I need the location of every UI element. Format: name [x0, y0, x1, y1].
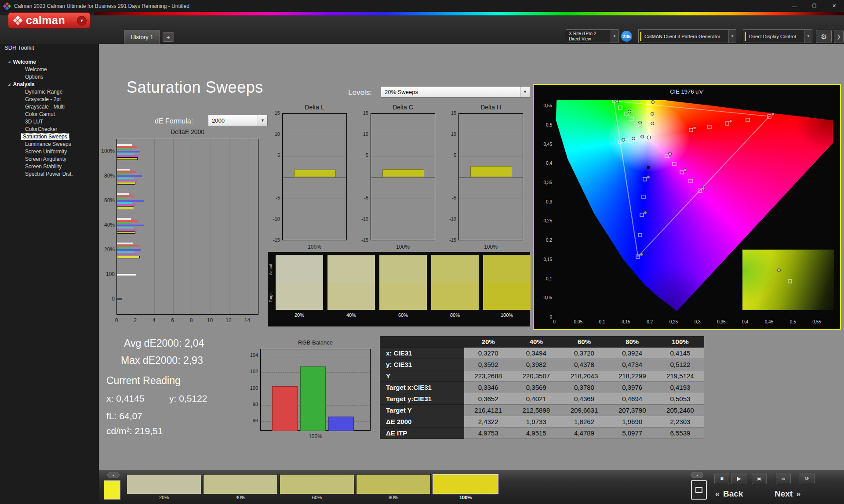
delta-c-chart: Delta C 15105-5-10-15100% [354, 100, 429, 254]
pattern-generator-dropdown[interactable]: CalMAN Client 3 Pattern Generator ▼ [638, 29, 736, 43]
pattern-window-button[interactable] [691, 480, 707, 500]
x-tick-label: 100% [282, 244, 347, 250]
swatch-panel: Actual Target 20%40%60%80%100% [268, 252, 530, 326]
sidebar-item-luminance-sweeps[interactable]: Luminance Sweeps [23, 141, 73, 148]
sidebar-item-screen-angularity[interactable]: Screen Angularity [23, 156, 69, 163]
minimize-button[interactable]: — [785, 0, 804, 12]
table-value-cell: 0,3780 [560, 382, 608, 393]
delta-bar [294, 170, 336, 177]
current-reading-title: Current Reading [106, 375, 181, 387]
sidebar-item-3d-lut[interactable]: 3D LUT [23, 118, 45, 125]
sidebar-item-grayscale-multi[interactable]: Grayscale - Multi [23, 103, 67, 110]
calman-logo-button[interactable]: calman ▼ [8, 12, 91, 29]
chevron-down-icon[interactable]: ▼ [611, 30, 618, 43]
maximize-button[interactable]: ❐ [804, 0, 824, 12]
y-tick-label: 15 [442, 110, 456, 116]
table-value-cell: 209,6631 [560, 405, 608, 416]
deltae-bar [117, 243, 133, 244]
levels-value: 20% Sweeps [381, 89, 418, 95]
display-control-dropdown[interactable]: Direct Display Control ▼ [743, 29, 812, 43]
deltae-bar [117, 204, 136, 206]
sidebar-item-saturation-sweeps[interactable]: Saturation Sweeps [21, 133, 69, 140]
pattern-level-20[interactable]: 20% [127, 474, 201, 500]
stop-button[interactable]: ■ [714, 473, 729, 484]
y-tick-label: 0 [99, 296, 115, 302]
pattern-level-40[interactable]: 40% [203, 474, 278, 500]
pattern-preview[interactable] [104, 480, 120, 500]
sidebar-group-welcome[interactable]: ◢Welcome [8, 58, 36, 65]
y-tick-label: 15 [354, 110, 368, 116]
sidebar-item-welcome[interactable]: Welcome [23, 66, 49, 73]
reading-fl: fL: 64,07 [106, 411, 142, 421]
pattern-level-100[interactable]: 100% [433, 474, 498, 500]
sidebar-item-grayscale-2pt[interactable]: Grayscale - 2pt [23, 96, 63, 103]
meter-mode: Direct View [569, 36, 596, 42]
sidebar-item-spectral-power-dist[interactable]: Spectral Power Dist. [23, 170, 75, 178]
y-tick-label: 0,55 [535, 103, 552, 108]
table-value-cell: 0,4145 [656, 348, 704, 359]
back-button-label: Back [723, 489, 743, 499]
add-tab-button[interactable]: + [163, 32, 174, 42]
table-value-cell: 1,9733 [512, 416, 560, 428]
next-button[interactable]: Next » [775, 486, 800, 501]
sidebar-item-options[interactable]: Options [23, 73, 45, 80]
play-button[interactable]: ▶ [731, 473, 746, 484]
chevron-down-icon[interactable]: ▼ [520, 87, 530, 97]
sidebar-item-color-gamut[interactable]: Color Gamut [23, 111, 57, 118]
sidebar-item-screen-uniformity[interactable]: Screen Uniformity [23, 148, 69, 155]
pattern-level-60[interactable]: 60% [280, 474, 354, 500]
cie-measurement-marker [693, 126, 696, 130]
pattern-swatch-label: 80% [356, 494, 431, 500]
controls-tray-toggle[interactable]: ▲ [691, 472, 703, 478]
table-row: x: CIE310,32700,34940,37200,39240,4145 [380, 348, 704, 359]
deltae-bar [117, 256, 140, 258]
back-button[interactable]: « Back [715, 486, 743, 501]
sidebar-item-dynamic-range[interactable]: Dynamic Range [23, 88, 65, 95]
close-button[interactable]: ✕ [824, 0, 844, 12]
capture-button[interactable]: ▣ [752, 473, 767, 484]
y-tick-label: 100 [99, 271, 115, 277]
sidebar-group-analysis[interactable]: ◢Analysis [8, 81, 35, 88]
de-formula-label: dE Formula: [155, 117, 193, 125]
pattern-swatch-label: 40% [203, 494, 278, 500]
meter-dropdown[interactable]: X-Rite i1Pro 2 Direct View ▼ [566, 29, 618, 43]
actual-swatch-40 [327, 255, 375, 283]
deltae-bar [117, 207, 134, 209]
de-formula-dropdown[interactable]: 2000 ▼ [208, 115, 268, 126]
pattern-tray-toggle[interactable]: ▲ [107, 472, 120, 478]
settings-gear-button[interactable]: ⚙ [816, 30, 832, 43]
deltae-bar [117, 227, 134, 228]
logo-menu-chevron-icon[interactable]: ▼ [77, 16, 87, 25]
actual-swatch-100 [483, 255, 531, 283]
chevron-down-icon[interactable]: ▼ [728, 30, 736, 43]
titlebar: Calman 2023 Calman Ultimate for Business… [0, 0, 844, 12]
deltae-bar [117, 274, 136, 276]
table-value-cell: 0,3720 [560, 348, 608, 359]
target-swatch-80 [431, 283, 479, 310]
continuous-read-button[interactable]: ∞ [776, 473, 791, 484]
chevron-down-icon[interactable]: ▼ [804, 30, 812, 43]
tab-history-1[interactable]: History 1 [124, 30, 160, 44]
sidebar-item-colorchecker[interactable]: ColorChecker [23, 126, 59, 133]
levels-dropdown[interactable]: 20% Sweeps ▼ [381, 86, 530, 98]
toolbar-more-button[interactable]: ❯ [834, 30, 844, 43]
loop-button[interactable]: ⟳ [800, 473, 815, 484]
sidebar-item-screen-stability[interactable]: Screen Stability [23, 163, 64, 170]
pattern-swatch-color [433, 474, 498, 494]
bottom-bar: ▲ ▲ ■ ▶ ▣ ∞ ⟳ « Back Next » 20%40%60%80%… [99, 470, 844, 504]
rgb-balance-title: RGB Balance [260, 339, 371, 346]
y-tick-label: 0,5 [535, 123, 552, 127]
deltae-bar [117, 198, 128, 199]
y-tick-label: -10 [354, 216, 368, 221]
cie-measurement-marker [647, 175, 650, 179]
gridline [283, 114, 346, 114]
gridline [371, 114, 435, 114]
gridline [192, 139, 192, 314]
delta-c-plot [371, 113, 435, 240]
y-tick-label: 98 [244, 402, 258, 407]
y-tick-label: 0,3 [535, 199, 552, 204]
cie-target-marker [618, 105, 622, 109]
pattern-level-80[interactable]: 80% [356, 474, 431, 500]
reading-y: y: 0,5122 [169, 393, 207, 404]
x-tick-label: 0,25 [665, 319, 682, 324]
